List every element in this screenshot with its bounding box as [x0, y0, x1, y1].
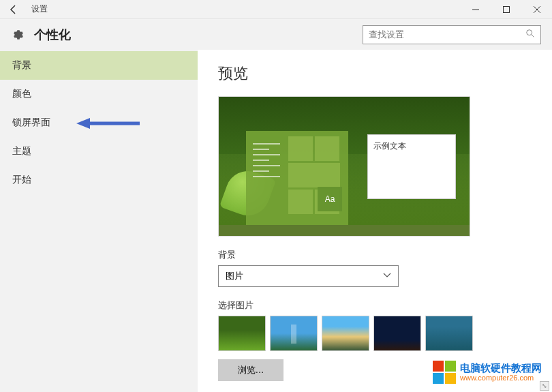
sidebar-item-label: 锁屏界面 [12, 117, 50, 129]
header: 个性化 [0, 19, 552, 50]
svg-line-5 [532, 35, 534, 37]
scroll-corner-icon[interactable]: ⤡ [540, 381, 549, 391]
background-label: 背景 [218, 249, 532, 261]
window-title: 设置 [27, 3, 48, 15]
thumbnail-3[interactable] [322, 316, 369, 351]
sidebar-item-label: 颜色 [12, 88, 31, 100]
watermark-text: 电脑软硬件教程网 [460, 363, 542, 374]
minimize-button[interactable] [460, 0, 491, 19]
back-button[interactable] [0, 0, 27, 19]
chevron-down-icon [383, 271, 391, 282]
main-panel: 预览 Aa 示例文本 [198, 50, 552, 392]
thumbnail-5[interactable] [425, 316, 473, 351]
preview-sample-window: 示例文本 [367, 134, 456, 199]
sidebar: 背景 颜色 锁屏界面 主题 开始 [0, 50, 198, 392]
window-controls [460, 0, 552, 19]
search-input[interactable] [369, 29, 525, 40]
sample-text-label: 示例文本 [373, 141, 406, 151]
gear-icon [11, 27, 26, 42]
maximize-button[interactable] [491, 0, 521, 19]
sidebar-item-themes[interactable]: 主题 [0, 137, 198, 166]
svg-point-4 [527, 30, 532, 35]
browse-button-label: 浏览… [238, 364, 264, 376]
preview-heading: 预览 [218, 63, 532, 84]
search-icon [525, 29, 535, 40]
sidebar-item-start[interactable]: 开始 [0, 166, 198, 194]
watermark: 电脑软硬件教程网 www.computer26.com [433, 361, 542, 384]
sidebar-item-label: 背景 [12, 59, 31, 72]
watermark-logo [433, 361, 456, 384]
choose-picture-label: 选择图片 [218, 299, 532, 312]
page-title: 个性化 [34, 27, 71, 43]
thumbnail-4[interactable] [373, 316, 421, 351]
picture-thumbnails [218, 316, 532, 351]
sidebar-item-label: 主题 [12, 145, 31, 157]
sidebar-item-colors[interactable]: 颜色 [0, 80, 198, 108]
svg-rect-1 [503, 6, 509, 12]
close-button[interactable] [521, 0, 552, 19]
sidebar-item-background[interactable]: 背景 [0, 51, 198, 80]
watermark-url: www.computer26.com [460, 374, 542, 382]
browse-button[interactable]: 浏览… [218, 359, 283, 381]
preview-image: Aa 示例文本 [218, 96, 470, 237]
background-dropdown[interactable]: 图片 [218, 265, 399, 287]
sidebar-item-lockscreen[interactable]: 锁屏界面 [0, 108, 198, 137]
titlebar: 设置 [0, 0, 552, 19]
thumbnail-1[interactable] [218, 316, 266, 351]
preview-aa-tile: Aa [318, 187, 342, 211]
dropdown-value: 图片 [226, 270, 243, 282]
preview-start-menu: Aa [246, 131, 348, 226]
sidebar-item-label: 开始 [12, 174, 31, 186]
search-box[interactable] [363, 25, 541, 44]
thumbnail-2[interactable] [270, 316, 318, 351]
